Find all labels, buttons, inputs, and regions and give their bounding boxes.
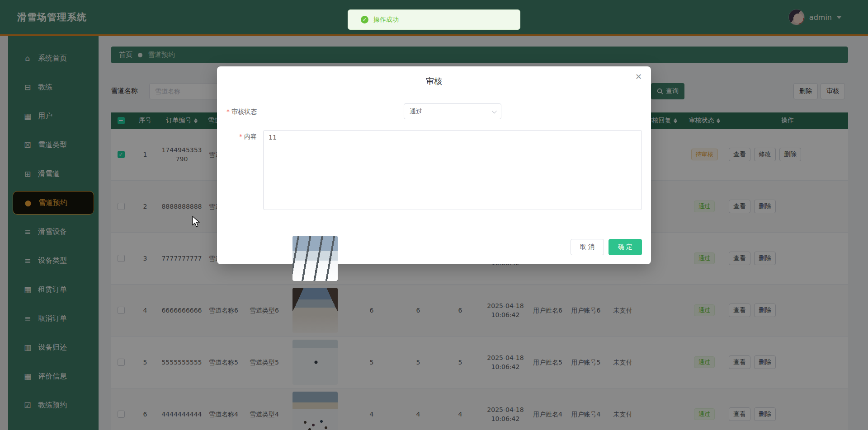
mouse-cursor (192, 216, 202, 228)
confirm-button[interactable]: 确 定 (609, 239, 642, 255)
required-asterisk: * (226, 108, 230, 115)
status-select-value: 通过 (410, 108, 422, 116)
toast-message: 操作成功 (373, 16, 399, 24)
content-textarea[interactable]: 11 (263, 130, 642, 210)
trail-photo[interactable] (292, 236, 338, 281)
content-field-label: *内容 (217, 133, 257, 141)
dialog-title: 审核 (217, 76, 651, 87)
cell-img (286, 236, 344, 281)
audit-dialog: 审核 ✕ *审核状态 通过 *内容 11 取 消 确 定 (217, 66, 651, 264)
status-field-label: *审核状态 (217, 108, 257, 116)
close-icon[interactable]: ✕ (635, 73, 642, 81)
success-toast: ✓ 操作成功 (348, 9, 520, 30)
cancel-button[interactable]: 取 消 (571, 239, 604, 255)
chevron-down-icon (492, 108, 497, 113)
required-asterisk: * (239, 133, 242, 140)
status-select[interactable]: 通过 (404, 103, 501, 119)
success-check-icon: ✓ (361, 16, 368, 23)
